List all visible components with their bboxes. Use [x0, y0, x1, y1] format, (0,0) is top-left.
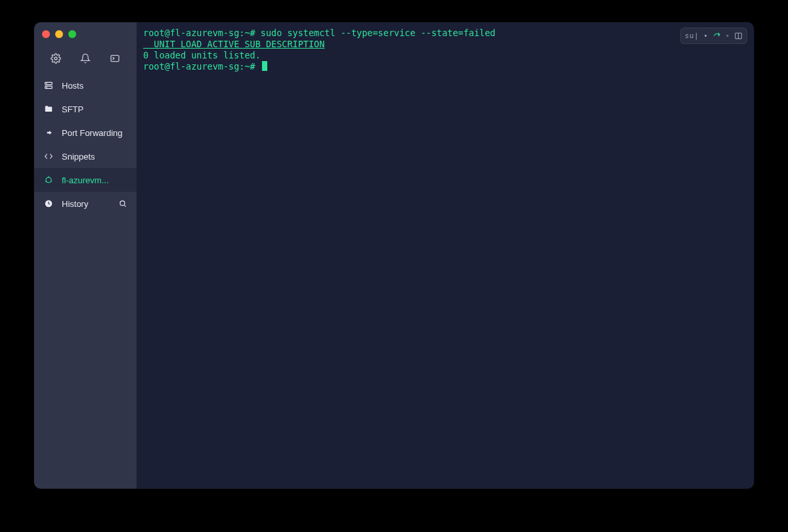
- terminal-cursor: [262, 61, 267, 71]
- history-icon: [43, 198, 54, 209]
- sidebar-top-icons: [34, 45, 137, 74]
- app-window: Hosts SFTP Port Forwarding Snippets: [34, 22, 754, 489]
- new-terminal-icon[interactable]: [109, 53, 121, 64]
- svg-point-4: [47, 83, 47, 84]
- sidebar-item-hosts[interactable]: Hosts: [34, 74, 137, 97]
- svg-point-11: [120, 201, 125, 206]
- maximize-window-button[interactable]: [68, 30, 76, 38]
- svg-point-6: [46, 177, 51, 183]
- sidebar: Hosts SFTP Port Forwarding Snippets: [34, 22, 137, 489]
- folder-icon: [43, 104, 54, 114]
- sidebar-item-session[interactable]: fl-azurevm...: [34, 168, 137, 192]
- hosts-icon: [43, 80, 54, 91]
- svg-point-9: [51, 181, 52, 182]
- sidebar-item-label: SFTP: [62, 104, 127, 114]
- split-pane-icon[interactable]: [733, 32, 743, 41]
- terminal-line: UNIT LOAD ACTIVE SUB DESCRIPTION: [143, 39, 747, 50]
- ubuntu-icon: [43, 175, 54, 185]
- snippets-icon: [43, 151, 54, 162]
- terminal-pane[interactable]: su| • • root@fl-azurevm-sg:~# sudo syste…: [137, 22, 754, 489]
- window-controls: [34, 26, 137, 45]
- terminal-badge: su| •: [685, 30, 709, 41]
- share-icon[interactable]: [712, 32, 721, 41]
- svg-rect-1: [111, 55, 119, 61]
- terminal-prompt: root@fl-azurevm-sg:~#: [143, 61, 261, 72]
- sidebar-item-label: Hosts: [62, 81, 127, 91]
- terminal-line: root@fl-azurevm-sg:~# sudo systemctl --t…: [143, 28, 747, 39]
- terminal-prompt: root@fl-azurevm-sg:~#: [143, 28, 261, 38]
- svg-point-8: [45, 181, 47, 182]
- forward-icon: [43, 127, 54, 138]
- sidebar-nav: Hosts SFTP Port Forwarding Snippets: [34, 74, 137, 215]
- sidebar-item-label: Snippets: [62, 152, 127, 162]
- sidebar-item-history[interactable]: History: [34, 192, 137, 215]
- sidebar-item-port-forwarding[interactable]: Port Forwarding: [34, 121, 137, 144]
- terminal-command: sudo systemctl --type=service --state=fa…: [261, 28, 496, 38]
- notifications-icon[interactable]: [79, 53, 91, 64]
- sidebar-item-snippets[interactable]: Snippets: [34, 144, 137, 168]
- sidebar-item-label: Port Forwarding: [62, 128, 127, 138]
- search-icon[interactable]: [118, 199, 127, 208]
- svg-point-5: [47, 87, 47, 88]
- sidebar-item-sftp[interactable]: SFTP: [34, 97, 137, 121]
- close-window-button[interactable]: [42, 30, 50, 38]
- toolbar-dot: •: [725, 30, 730, 41]
- svg-point-0: [55, 57, 57, 60]
- terminal-line: 0 loaded units listed.: [143, 50, 747, 61]
- sidebar-item-label: fl-azurevm...: [62, 175, 127, 185]
- sidebar-item-label: History: [62, 199, 110, 209]
- minimize-window-button[interactable]: [55, 30, 63, 38]
- terminal-line: root@fl-azurevm-sg:~#: [143, 61, 747, 72]
- svg-point-7: [48, 176, 49, 177]
- settings-icon[interactable]: [50, 53, 62, 64]
- terminal-toolbar: su| • •: [680, 28, 747, 44]
